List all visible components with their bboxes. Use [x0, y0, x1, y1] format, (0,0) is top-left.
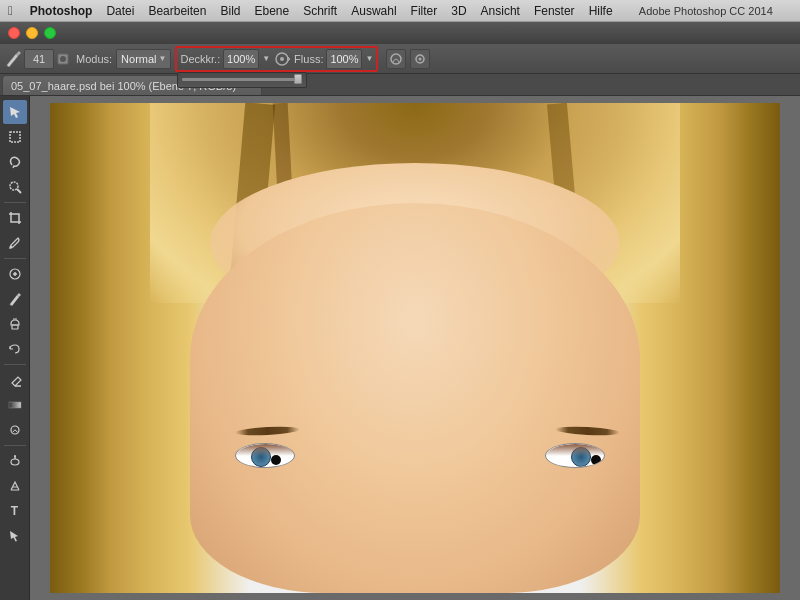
airbrush-icon[interactable] [273, 50, 291, 68]
svg-rect-7 [10, 132, 20, 142]
quickselect-icon [8, 180, 22, 194]
pathselect-icon [8, 529, 22, 543]
svg-rect-11 [12, 325, 18, 329]
face-area [190, 203, 640, 593]
history-icon [8, 342, 22, 356]
tool-type[interactable]: T [3, 499, 27, 523]
menu-photoshop[interactable]: Photoshop [23, 2, 100, 20]
menu-auswahl[interactable]: Auswahl [344, 2, 403, 20]
pupil-right [591, 455, 601, 465]
modus-dropdown-arrow: ▼ [159, 54, 167, 63]
eyelid-left [236, 444, 295, 456]
tool-lasso[interactable] [3, 150, 27, 174]
svg-point-9 [9, 246, 12, 249]
tablet-pressure-icon[interactable] [386, 49, 406, 69]
tool-divider-3 [4, 364, 26, 365]
tool-crop[interactable] [3, 206, 27, 230]
menu-bild[interactable]: Bild [213, 2, 247, 20]
svg-point-3 [280, 57, 284, 61]
tool-gradient[interactable] [3, 393, 27, 417]
menu-hilfe[interactable]: Hilfe [582, 2, 620, 20]
gear-icon [413, 52, 427, 66]
menu-bar:  Photoshop Datei Bearbeiten Bild Ebene … [0, 0, 800, 22]
slider-fill [182, 78, 302, 81]
tool-pathselect[interactable] [3, 524, 27, 548]
type-icon: T [11, 504, 18, 518]
tool-eyedropper[interactable] [3, 231, 27, 255]
tool-eraser[interactable] [3, 368, 27, 392]
menu-schrift[interactable]: Schrift [296, 2, 344, 20]
gradient-icon [8, 398, 22, 412]
brush-tool-icon [4, 50, 22, 68]
apple-menu[interactable]:  [8, 3, 13, 18]
brush-icon-area: 41 [4, 49, 70, 69]
highlighted-opacity-flow: Deckk​r.: 100% ▼ Fluss: 100% ▼ [175, 46, 378, 72]
tool-heal[interactable] [3, 262, 27, 286]
menu-datei[interactable]: Datei [99, 2, 141, 20]
svg-point-6 [419, 57, 422, 60]
tool-pen[interactable] [3, 474, 27, 498]
tool-divider-4 [4, 445, 26, 446]
menu-3d[interactable]: 3D [444, 2, 473, 20]
tool-move[interactable] [3, 100, 27, 124]
svg-point-1 [60, 56, 66, 62]
crop-icon [8, 211, 22, 225]
pupil-left [271, 455, 281, 465]
app-title: Adobe Photoshop CC 2014 [620, 5, 792, 17]
heal-icon [8, 267, 22, 281]
marquee-icon [8, 130, 22, 144]
eyeball-left [235, 443, 295, 468]
move-tool-icon [8, 105, 22, 119]
eyedropper-icon [8, 236, 22, 250]
deckkr-label: Deckk​r.: [180, 53, 220, 65]
modus-label: Modus: [76, 53, 112, 65]
svg-rect-12 [9, 402, 21, 408]
pen-icon [8, 479, 22, 493]
tool-dodge[interactable] [3, 449, 27, 473]
lasso-icon [8, 155, 22, 169]
toolbar: T [0, 96, 30, 600]
deckkr-value[interactable]: 100% [223, 49, 259, 69]
menu-bearbeiten[interactable]: Bearbeiten [141, 2, 213, 20]
canvas-area [30, 96, 800, 600]
slider-track [182, 78, 302, 81]
brush-size[interactable]: 41 [24, 49, 54, 69]
blur-icon [8, 423, 22, 437]
svg-point-8 [10, 182, 18, 190]
eye-right [545, 443, 615, 473]
tool-stamp[interactable] [3, 312, 27, 336]
brush-options-icon[interactable] [56, 52, 70, 66]
options-bar: 41 Modus: Normal ▼ Deckk​r.: 100% ▼ Flus… [0, 44, 800, 74]
close-button[interactable] [8, 27, 20, 39]
minimize-button[interactable] [26, 27, 38, 39]
brush-icon [8, 292, 22, 306]
tool-quickselect[interactable] [3, 175, 27, 199]
fluss-arrow[interactable]: ▼ [365, 54, 373, 63]
menu-filter[interactable]: Filter [404, 2, 445, 20]
tool-marquee[interactable] [3, 125, 27, 149]
main-area: T [0, 96, 800, 600]
dodge-icon [8, 454, 22, 468]
menu-ebene[interactable]: Ebene [247, 2, 296, 20]
stamp-icon [8, 317, 22, 331]
fluss-label: Fluss: [294, 53, 323, 65]
tab-bar: 05_07_haare.psd bei 100% (Ebene 7, RGB/8… [0, 74, 800, 96]
svg-point-14 [11, 459, 19, 465]
modus-dropdown[interactable]: Normal ▼ [116, 49, 171, 69]
pressure-icon [389, 52, 403, 66]
tool-brush[interactable] [3, 287, 27, 311]
menu-fenster[interactable]: Fenster [527, 2, 582, 20]
slider-thumb[interactable] [294, 74, 302, 84]
maximize-button[interactable] [44, 27, 56, 39]
settings-icon-btn[interactable] [410, 49, 430, 69]
fluss-value[interactable]: 100% [326, 49, 362, 69]
menu-ansicht[interactable]: Ansicht [474, 2, 527, 20]
eye-left [235, 443, 305, 473]
eyelid-right [546, 444, 605, 456]
eyeball-right [545, 443, 605, 468]
tool-history[interactable] [3, 337, 27, 361]
tool-blur[interactable] [3, 418, 27, 442]
deckkr-arrow[interactable]: ▼ [262, 54, 270, 63]
flow-slider-popup [177, 72, 307, 88]
tool-divider-2 [4, 258, 26, 259]
